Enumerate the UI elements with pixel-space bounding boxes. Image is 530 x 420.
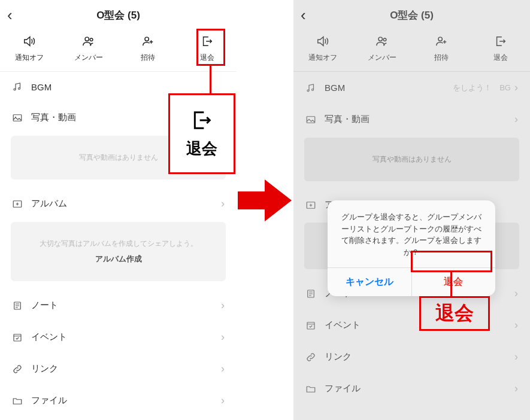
header: ‹ O型会 (5) (293, 0, 530, 30)
chevron-right-icon: › (221, 197, 225, 210)
person-plus-icon (140, 34, 156, 49)
event-row[interactable]: イベント › (293, 309, 530, 341)
header: ‹ O型会 (5) (0, 0, 237, 30)
row-label: ファイル (325, 383, 514, 394)
exit-icon (199, 34, 216, 49)
page-title: O型会 (5) (293, 8, 530, 22)
note-row[interactable]: ノート › (0, 290, 237, 321)
page-title: O型会 (5) (0, 8, 237, 22)
photos-row[interactable]: 写真・動画 › (0, 102, 237, 133)
svg-point-3 (14, 89, 16, 90)
notify-off-button[interactable]: 通知オフ (2, 34, 56, 63)
event-row[interactable]: イベント › (0, 321, 237, 353)
speaker-icon (21, 34, 38, 49)
svg-point-10 (383, 38, 386, 41)
chevron-right-icon: › (221, 299, 225, 312)
action-label: 通知オフ (15, 53, 44, 63)
svg-point-12 (307, 90, 309, 92)
music-icon (305, 83, 317, 93)
row-label: イベント (31, 331, 221, 343)
album-row[interactable]: アルバム › (0, 188, 237, 220)
row-label: リンク (31, 363, 221, 375)
music-icon (12, 81, 24, 92)
svg-point-2 (145, 37, 149, 41)
file-row[interactable]: ファイル › (0, 385, 237, 416)
action-label: 招待 (141, 53, 155, 63)
link-row[interactable]: リンク › (293, 341, 530, 373)
svg-point-1 (90, 38, 93, 41)
svg-point-13 (312, 89, 314, 90)
album-icon (12, 199, 24, 209)
empty-text: 写真や動画はありません (20, 153, 216, 163)
svg-point-4 (19, 88, 20, 90)
note-icon (305, 288, 317, 299)
chevron-right-icon: › (514, 382, 518, 395)
svg-point-11 (438, 37, 442, 41)
right-screen: ‹ O型会 (5) 通知オフ メンバー 招待 (293, 0, 530, 420)
svg-rect-14 (307, 116, 315, 123)
chevron-right-icon: › (221, 111, 225, 124)
modal-cancel-button[interactable]: キャンセル (328, 268, 412, 296)
chevron-right-icon: › (221, 331, 225, 343)
row-label: 写真・動画 (31, 112, 221, 123)
svg-point-0 (85, 37, 89, 41)
svg-rect-17 (307, 322, 314, 328)
row-label: BGM (325, 83, 453, 93)
row-label: アルバム (31, 198, 221, 209)
row-label: BGM (31, 82, 225, 92)
chevron-right-icon: › (514, 351, 518, 363)
action-label: 退会 (493, 53, 508, 63)
left-screen: ‹ O型会 (5) 通知オフ メンバー 招待 (0, 0, 237, 420)
file-row[interactable]: ファイル › (293, 373, 530, 404)
modal-confirm-button[interactable]: 退会 (412, 268, 496, 296)
chevron-right-icon: › (514, 319, 518, 331)
row-label: ノート (31, 300, 221, 311)
chevron-right-icon: › (221, 394, 225, 407)
album-empty[interactable]: 大切な写真はアルバムを作成してシェアしよう。 アルバム作成 (11, 222, 226, 281)
album-icon (305, 200, 317, 211)
svg-point-9 (378, 37, 382, 41)
album-create-link[interactable]: アルバム作成 (20, 254, 216, 264)
action-label: メンバー (368, 53, 396, 63)
invite-button[interactable]: 招待 (414, 34, 468, 63)
people-icon (80, 34, 97, 49)
empty-text: 大切な写真はアルバムを作成してシェアしよう。 (20, 239, 216, 249)
members-button[interactable]: メンバー (62, 34, 116, 63)
bgm-row[interactable]: BGM をしよう！ BG › (293, 72, 530, 104)
modal-message: グループを退会すると、グループメンバーリストとグループトークの履歴がすべて削除さ… (328, 200, 495, 268)
row-label: リンク (325, 351, 514, 363)
chevron-right-icon: › (221, 363, 225, 375)
photos-empty: 写真や動画はありません (11, 136, 226, 179)
action-bar: 通知オフ メンバー 招待 退会 (293, 30, 530, 72)
members-button[interactable]: メンバー (355, 34, 409, 63)
link-icon (12, 364, 24, 375)
row-label: ファイル (31, 395, 221, 406)
action-label: 通知オフ (308, 53, 337, 63)
chevron-right-icon: › (514, 113, 518, 126)
photos-row[interactable]: 写真・動画 › (293, 104, 530, 135)
bgm-extra: をしよう！ BG (453, 83, 511, 93)
action-label: 招待 (434, 53, 449, 63)
modal-buttons: キャンセル 退会 (328, 268, 495, 296)
speaker-icon (314, 34, 331, 49)
leave-confirm-modal: グループを退会すると、グループメンバーリストとグループトークの履歴がすべて削除さ… (328, 200, 495, 296)
calendar-icon (12, 332, 24, 343)
leave-button[interactable]: 退会 (180, 34, 234, 63)
exit-icon (492, 34, 509, 49)
chevron-right-icon: › (514, 81, 518, 94)
action-label: メンバー (74, 53, 103, 63)
folder-icon (305, 384, 317, 394)
empty-text: 写真や動画はありません (314, 154, 510, 165)
svg-rect-8 (14, 334, 21, 340)
arrow-icon (238, 176, 292, 224)
leave-button[interactable]: 退会 (474, 34, 528, 63)
invite-button[interactable]: 招待 (121, 34, 175, 63)
photo-icon (12, 112, 24, 123)
row-label: 写真・動画 (325, 114, 514, 125)
action-label: 退会 (200, 53, 214, 63)
note-icon (12, 300, 24, 311)
link-row[interactable]: リンク › (0, 353, 237, 385)
notify-off-button[interactable]: 通知オフ (296, 34, 350, 63)
bgm-row[interactable]: BGM (0, 72, 237, 102)
people-icon (374, 34, 390, 49)
